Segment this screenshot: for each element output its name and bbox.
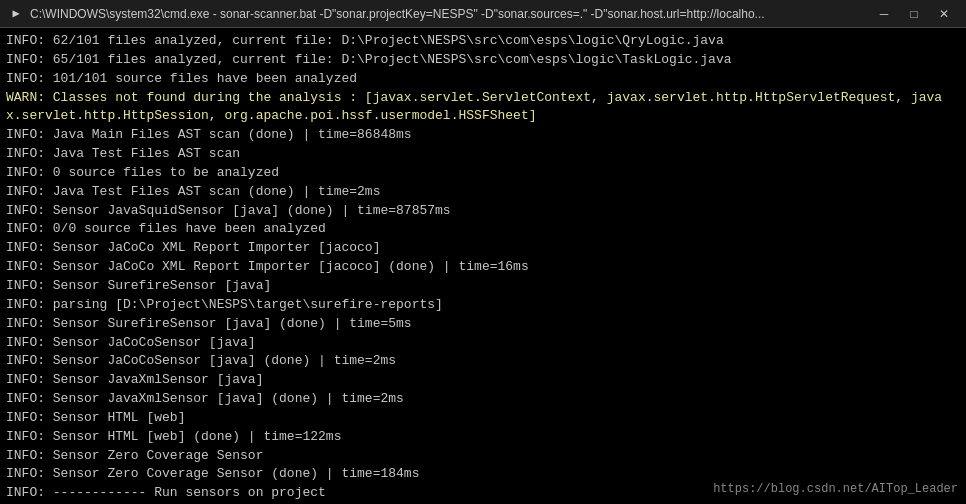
terminal-line: INFO: Sensor HTML [web] <box>6 409 960 428</box>
terminal-line: INFO: 65/101 files analyzed, current fil… <box>6 51 960 70</box>
terminal-line: INFO: Sensor SurefireSensor [java] <box>6 277 960 296</box>
terminal-line: INFO: Java Test Files AST scan (done) | … <box>6 183 960 202</box>
title-bar: ▶ C:\WINDOWS\system32\cmd.exe - sonar-sc… <box>0 0 966 28</box>
cmd-icon: ▶ <box>8 6 24 22</box>
terminal-line: INFO: Java Main Files AST scan (done) | … <box>6 126 960 145</box>
terminal-line: WARN: Classes not found during the analy… <box>6 89 960 108</box>
terminal-line: x.servlet.http.HttpSession, org.apache.p… <box>6 107 960 126</box>
terminal-line: INFO: 0 source files to be analyzed <box>6 164 960 183</box>
terminal-line: INFO: 62/101 files analyzed, current fil… <box>6 32 960 51</box>
terminal-line: INFO: parsing [D:\Project\NESPS\target\s… <box>6 296 960 315</box>
minimize-button[interactable]: ─ <box>870 3 898 25</box>
terminal-line: INFO: Sensor JaCoCo XML Report Importer … <box>6 258 960 277</box>
terminal-line: INFO: Sensor HTML [web] (done) | time=12… <box>6 428 960 447</box>
terminal-line: INFO: Sensor JaCoCoSensor [java] <box>6 334 960 353</box>
terminal-line: INFO: 0/0 source files have been analyze… <box>6 220 960 239</box>
watermark: https://blog.csdn.net/AITop_Leader <box>713 482 958 496</box>
terminal-line: INFO: Java Test Files AST scan <box>6 145 960 164</box>
terminal-line: INFO: 101/101 source files have been ana… <box>6 70 960 89</box>
terminal-window: ▶ C:\WINDOWS\system32\cmd.exe - sonar-sc… <box>0 0 966 504</box>
close-button[interactable]: ✕ <box>930 3 958 25</box>
window-controls: ─ □ ✕ <box>870 3 958 25</box>
terminal-line: INFO: Sensor JaCoCo XML Report Importer … <box>6 239 960 258</box>
terminal-line: INFO: Sensor JavaXmlSensor [java] (done)… <box>6 390 960 409</box>
terminal-line: INFO: Sensor JaCoCoSensor [java] (done) … <box>6 352 960 371</box>
title-bar-text: C:\WINDOWS\system32\cmd.exe - sonar-scan… <box>30 7 870 21</box>
terminal-line: INFO: Sensor SurefireSensor [java] (done… <box>6 315 960 334</box>
terminal-line: INFO: Sensor Zero Coverage Sensor <box>6 447 960 466</box>
terminal-line: INFO: Sensor JavaXmlSensor [java] <box>6 371 960 390</box>
terminal-line: INFO: Sensor JavaSquidSensor [java] (don… <box>6 202 960 221</box>
terminal-body: INFO: 62/101 files analyzed, current fil… <box>0 28 966 504</box>
maximize-button[interactable]: □ <box>900 3 928 25</box>
